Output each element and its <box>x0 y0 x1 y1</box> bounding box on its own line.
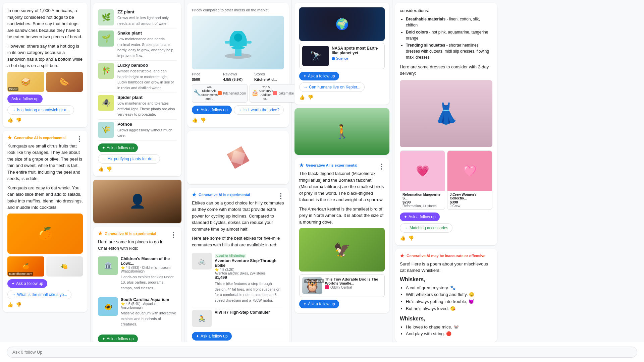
ebike-followup-btn[interactable]: ✦ Ask a follow up <box>192 332 232 341</box>
plants-followup-btn[interactable]: ✦ Ask a follow up <box>98 143 138 152</box>
ask-followup-input[interactable] <box>7 347 637 358</box>
mixer-image <box>192 16 284 69</box>
plants-reactions: 👍 👎 <box>98 166 177 172</box>
plants-suggest-btn[interactable]: → Air-purifying plants for do... <box>98 154 160 164</box>
dress-followup-btn[interactable]: ✦ Ask a follow up <box>400 213 440 221</box>
sandwich-followup-btn[interactable]: Ask a follow up <box>7 95 43 103</box>
product-thumb1[interactable]: 🔧 Are KitchenAid Attachments and... Kitc… <box>192 84 248 103</box>
poem-title-1: Whiskers, <box>400 277 492 283</box>
spider-info: Spider plant Low maintenance and tolerat… <box>117 95 177 117</box>
product-thumb2[interactable]: 🎂 Top 5 KitchenAid Addition to... cakema… <box>250 84 296 103</box>
good-tag: Good for hill climbing <box>215 254 246 258</box>
thumbup-btn[interactable]: 👍 <box>7 117 13 123</box>
fashion-model-image: 👗 <box>400 80 492 147</box>
spark-icon5: ✦ <box>196 108 199 112</box>
shutterstock-label: Shutterstock <box>304 279 324 283</box>
mixer-heading: Pricey compared to other mixers on the m… <box>192 7 284 13</box>
mixer-card: Pricey compared to other mixers on the m… <box>187 3 289 127</box>
thumb1-source: Kitchenaid.com <box>218 91 246 96</box>
thumbup-btn2[interactable]: 👍 <box>7 302 13 307</box>
kumquat-suggest-btn[interactable]: → What is the small citrus yo... <box>7 290 71 299</box>
thumbup-btn5[interactable]: 👍 <box>299 95 305 100</box>
thumbup-btn4[interactable]: 👍 <box>192 117 198 123</box>
cat-poem-card: Generative AI may be inaccurate or offen… <box>395 249 497 343</box>
space-followup-btn[interactable]: ✦ Ask a follow up <box>299 72 339 80</box>
dress2-info: J.Crew Women's Collectio... $398 J.Crew <box>447 191 492 209</box>
charleston-ai-badge: Generative AI is experimental <box>98 231 156 236</box>
mixer-followup-btn[interactable]: ✦ Ask a follow up <box>192 106 232 114</box>
falconet-text1: The black-thighed falconet (Microhierax … <box>299 170 385 203</box>
thumbup-btn3[interactable]: 👍 <box>98 166 104 172</box>
thumbdown-btn6[interactable]: 👎 <box>408 235 414 241</box>
thumbdown-btn3[interactable]: 👎 <box>106 166 112 172</box>
charleston-more-btn[interactable] <box>170 232 177 238</box>
bamboo-info: Lucky bamboo Almost indestructible, and … <box>117 63 177 90</box>
falconet-more-btn[interactable] <box>378 163 385 170</box>
more-options-btn[interactable] <box>76 136 83 142</box>
place-aquarium: 🐠 South Carolina Aquarium ⭐ 4.5 (5.4K) ·… <box>98 295 177 332</box>
arrow-icon7: → <box>304 85 308 89</box>
dress-product-2[interactable]: 🩷 J.Crew Women's Collectio... $398 J.Cre… <box>447 150 492 210</box>
bird-emoji: 🦅 <box>334 242 351 258</box>
column-2: 🌿 ZZ plant Grows well in low light and o… <box>91 0 184 362</box>
snake-thumb: 🌱 <box>98 31 114 47</box>
arrow-icon: → <box>12 108 16 112</box>
sandwich-thumb2[interactable]: 🌭 <box>46 72 83 92</box>
space-suggest-btn[interactable]: → Can humans live on Kepler... <box>299 82 365 92</box>
star-icon <box>7 135 12 140</box>
falconet-followup-btn[interactable]: ✦ Ask a follow up <box>299 300 339 308</box>
mixer-price-btn[interactable]: → Is it worth the price? <box>234 105 284 115</box>
ebike-aventon: 🚲 Good for hill climbing Aventon Aventur… <box>192 251 284 308</box>
thumbdown-btn2[interactable]: 👎 <box>16 302 21 307</box>
vivi-thumb: 🚴 <box>192 310 212 327</box>
kumquat-btn-row: ✦ Ask a follow up → What is the small ci… <box>7 279 83 299</box>
star-icon2 <box>98 231 103 236</box>
kumquat-badge-row: Generative AI is experimental <box>7 135 83 143</box>
bird-news[interactable]: 🦉 Shutterstock This Tiny Adorable Bird I… <box>299 274 385 297</box>
spark-icon6: ✦ <box>196 334 199 339</box>
space-reactions: 👍 👎 <box>299 95 385 100</box>
falconet-badge-row: Generative AI is experimental <box>299 163 385 170</box>
bamboo-thumb: 🎋 <box>98 63 114 79</box>
stores-value: KitchenAid... <box>254 77 284 81</box>
walking-card: 🚶 <box>294 108 389 155</box>
ebike-ai-badge: Generative AI is experimental <box>192 192 250 197</box>
poem-line-5: He loves to chase mice. 🐭 <box>406 324 492 331</box>
poem-title-2: Whiskers, <box>400 316 492 322</box>
sandwich-thumb1[interactable]: 🥪 Diccut <box>7 72 44 92</box>
thumbup-btn6[interactable]: 👍 <box>400 235 406 241</box>
thumbdown-btn4[interactable]: 👎 <box>200 117 206 123</box>
spark-icon8: ✦ <box>303 302 307 306</box>
thumbdown-btn5[interactable]: 👎 <box>308 95 313 100</box>
pothos-info: Pothos Grows aggressively without much c… <box>117 122 177 138</box>
sandwich-btn-row: Ask a follow up → Is a hotdog a sandwich… <box>7 95 83 115</box>
source-icon <box>218 91 222 95</box>
ebike-more-btn[interactable] <box>277 193 284 199</box>
sandwich-text2: However, others say that a hot dog is in… <box>7 43 83 69</box>
kumquat-followup-btn[interactable]: ✦ Ask a follow up <box>7 279 47 288</box>
gemini-spinner <box>225 144 252 171</box>
poem-lines-1: A cat of great mystery. 🐾 With whiskers … <box>400 285 492 312</box>
dress-product-1[interactable]: 💗 Reformation Marguerite S... $298 Refor… <box>400 150 445 210</box>
price-label: Price <box>192 72 222 76</box>
dress-reactions: 👍 👎 <box>400 235 492 241</box>
src-dot <box>332 57 335 60</box>
matching-accessories-btn[interactable]: → Matching accessories <box>400 223 452 233</box>
aventon-thumb: 🚲 <box>192 253 212 269</box>
kumquat-thumb1[interactable]: 🍊 tasteofhome.com <box>7 256 44 277</box>
mixer-svg <box>218 22 258 63</box>
spark-icon4: ✦ <box>102 337 105 341</box>
charleston-badge-row: Generative AI is experimental <box>98 231 177 239</box>
sandwich-text1: In one survey of 1,000 Americans, a majo… <box>7 7 83 40</box>
kumquat-thumb2[interactable]: 🍋 <box>46 256 83 277</box>
thumbdown-btn[interactable]: 👎 <box>16 117 21 123</box>
dress2-image: 🩷 <box>447 151 492 191</box>
vivi-info: VIVI H7 High-Step Commuter <box>215 310 270 327</box>
svg-point-2 <box>231 46 245 49</box>
aquarium-thumb: 🐠 <box>98 297 118 316</box>
ask-bar <box>0 342 644 362</box>
sandwich-thumb1-label: Diccut <box>8 87 18 91</box>
aventon-store: Aventon Electric Bikes, 29+ stores <box>215 272 284 275</box>
nasa-news[interactable]: 🔭 NASA spots most Earth-like planet yet … <box>299 43 385 69</box>
sandwich-suggest-btn[interactable]: → Is a hotdog a sandwich or a... <box>7 105 74 115</box>
